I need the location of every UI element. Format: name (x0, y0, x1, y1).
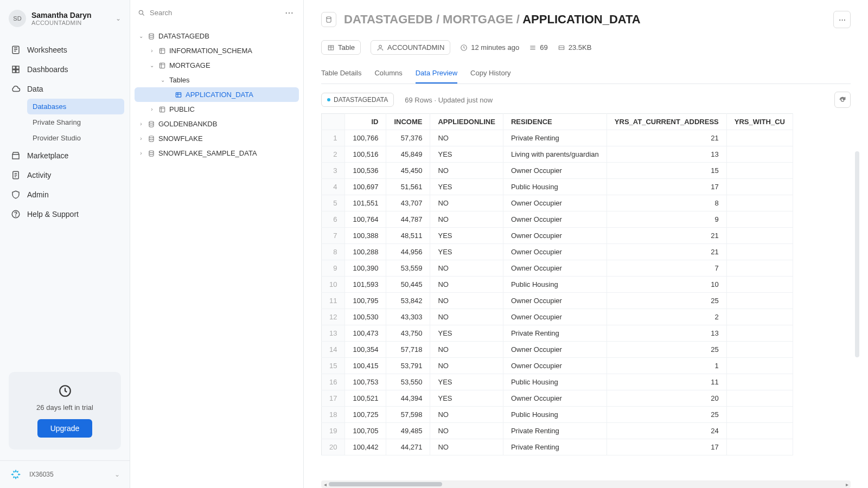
table-row[interactable]: 14100,35457,718NOOwner Occupier25 (322, 342, 793, 358)
cloud-icon (11, 84, 21, 94)
table-row[interactable]: 19100,70549,485NOPrivate Renting24 (322, 423, 793, 439)
table-cell: 25 (607, 407, 726, 423)
table-cell (726, 228, 793, 244)
table-cell: NO (430, 195, 503, 211)
nav-dashboards[interactable]: Dashboards (5, 60, 124, 79)
nav-marketplace[interactable]: Marketplace (5, 146, 124, 165)
nav-provider-studio[interactable]: Provider Studio (27, 130, 124, 146)
table-cell: Owner Occupier (503, 195, 607, 211)
column-header[interactable]: YRS_WITH_CU (726, 114, 793, 130)
caret-down-icon: ⌄ (149, 62, 155, 68)
table-row[interactable]: 17100,52144,394YESOwner Occupier20 (322, 390, 793, 407)
table-row[interactable]: 13100,47343,750YESPrivate Renting13 (322, 325, 793, 342)
clock-icon (58, 384, 72, 398)
table-cell (726, 439, 793, 455)
table-cell: 101,551 (345, 195, 386, 211)
table-row[interactable]: 18100,72557,598NOPublic Housing25 (322, 407, 793, 423)
refresh-button[interactable] (834, 92, 851, 108)
table-row[interactable]: 3100,53645,450NOOwner Occupier15 (322, 163, 793, 179)
tree-schema-mortgage[interactable]: ⌄ MORTGAGE (135, 58, 299, 73)
meta-size: 23.5KB (558, 43, 592, 52)
column-header[interactable]: ID (345, 114, 386, 130)
tab-history[interactable]: Copy History (470, 63, 510, 84)
table-row[interactable]: 2100,51645,849YESLiving with parents/gua… (322, 146, 793, 163)
table-row[interactable]: 16100,75353,550YESPublic Housing11 (322, 374, 793, 390)
scroll-thumb[interactable] (329, 482, 442, 486)
column-header[interactable]: RESIDENCE (503, 114, 607, 130)
table-cell (726, 211, 793, 228)
nav-activity[interactable]: Activity (5, 165, 124, 185)
nav-admin[interactable]: Admin (5, 185, 124, 204)
column-header[interactable]: INCOME (386, 114, 430, 130)
svg-point-16 (149, 136, 154, 138)
column-header[interactable]: YRS_AT_CURRENT_ADDRESS (607, 114, 726, 130)
rownum-cell: 20 (322, 439, 345, 455)
nav-worksheets[interactable]: Worksheets (5, 40, 124, 60)
table-cell: 51,561 (386, 179, 430, 195)
table-row[interactable]: 15100,41553,791NOOwner Occupier1 (322, 358, 793, 374)
nav-label: Admin (27, 190, 49, 199)
tree-table-application-data[interactable]: APPLICATION_DATA (135, 87, 299, 102)
table-cell: YES (430, 325, 503, 342)
sidebar-footer[interactable]: IX36035 ⌄ (0, 460, 130, 488)
rownum-cell: 2 (322, 146, 345, 163)
more-button[interactable]: ⋯ (283, 5, 296, 20)
meta-role[interactable]: ACCOUNTADMIN (371, 40, 450, 55)
table-cell: NO (430, 293, 503, 309)
svg-point-10 (149, 33, 154, 35)
table-cell: 1 (607, 358, 726, 374)
user-menu[interactable]: SD Samantha Daryn ACCOUNTADMIN ⌄ (9, 10, 121, 27)
tree-schema-info[interactable]: › INFORMATION_SCHEMA (135, 43, 299, 58)
more-button[interactable]: ⋯ (833, 11, 851, 28)
crumb-schema[interactable]: MORTGAGE (443, 12, 513, 26)
tab-columns[interactable]: Columns (374, 63, 402, 84)
tree-db-goldenbank[interactable]: › GOLDENBANKDB (135, 117, 299, 131)
warehouse-picker[interactable]: DATASTAGEDATA (321, 93, 394, 107)
table-cell: 100,530 (345, 309, 386, 325)
tab-details[interactable]: Table Details (321, 63, 361, 84)
tab-preview[interactable]: Data Preview (416, 63, 457, 84)
table-row[interactable]: 12100,53043,303NOOwner Occupier2 (322, 309, 793, 325)
nav-databases[interactable]: Databases (27, 99, 124, 114)
nav-data[interactable]: Data (5, 79, 124, 99)
column-header[interactable]: APPLIEDONLINE (430, 114, 503, 130)
table-row[interactable]: 7100,38848,511YESOwner Occupier21 (322, 228, 793, 244)
table-cell (726, 293, 793, 309)
tree-schema-public[interactable]: › PUBLIC (135, 102, 299, 117)
upgrade-button[interactable]: Upgrade (37, 419, 93, 438)
meta-type: Table (321, 40, 361, 55)
scroll-right-icon[interactable]: ▸ (843, 481, 851, 487)
table-row[interactable]: 10101,59350,445NOPublic Housing10 (322, 277, 793, 293)
caret-right-icon: › (138, 150, 144, 156)
nav-help[interactable]: Help & Support (5, 204, 124, 224)
table-cell: NO (430, 423, 503, 439)
database-icon (148, 120, 155, 128)
table-row[interactable]: 11100,79553,842NOOwner Occupier25 (322, 293, 793, 309)
table-scroll-area[interactable]: IDINCOMEAPPLIEDONLINERESIDENCEYRS_AT_CUR… (304, 113, 868, 488)
vertical-scrollbar[interactable] (855, 151, 859, 357)
tree-db-datastagedb[interactable]: ⌄ DATASTAGEDB (135, 29, 299, 43)
table-row[interactable]: 8100,28844,956YESOwner Occupier21 (322, 244, 793, 260)
search-input[interactable]: Search (150, 9, 278, 17)
table-row[interactable]: 4100,69751,561YESPublic Housing17 (322, 179, 793, 195)
table-row[interactable]: 5101,55143,707NOOwner Occupier8 (322, 195, 793, 211)
table-cell (726, 325, 793, 342)
crumb-db[interactable]: DATASTAGEDB (344, 12, 433, 26)
table-row[interactable]: 1100,76657,376NOPrivate Renting21 (322, 130, 793, 146)
tree-db-snowflake[interactable]: › SNOWFLAKE (135, 131, 299, 146)
table-row[interactable]: 20100,44244,271NOPrivate Renting17 (322, 439, 793, 455)
tree-tables-folder[interactable]: ⌄ Tables (135, 73, 299, 87)
schema-icon (158, 47, 166, 55)
table-cell: 17 (607, 439, 726, 455)
horizontal-scrollbar[interactable]: ◂ ▸ (321, 480, 851, 488)
table-cell: Living with parents/guardian (503, 146, 607, 163)
svg-rect-3 (12, 70, 15, 73)
caret-right-icon: › (138, 136, 144, 142)
table-cell (726, 163, 793, 179)
table-row[interactable]: 6100,76444,787NOOwner Occupier9 (322, 211, 793, 228)
scroll-left-icon[interactable]: ◂ (321, 481, 329, 487)
nav-private-sharing[interactable]: Private Sharing (27, 114, 124, 130)
table-row[interactable]: 9100,39053,559NOOwner Occupier7 (322, 260, 793, 277)
table-cell: 100,442 (345, 439, 386, 455)
tree-db-sample-data[interactable]: › SNOWFLAKE_SAMPLE_DATA (135, 146, 299, 160)
